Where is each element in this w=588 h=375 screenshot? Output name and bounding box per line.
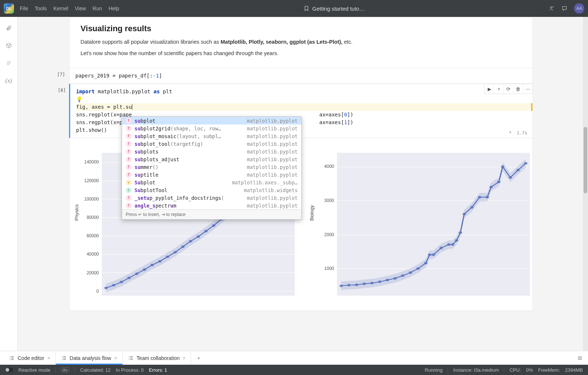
autocomplete-popup[interactable]: fsubplotmatplotlib.pyplotfsubplot2grid(s… xyxy=(122,116,302,220)
svg-point-36 xyxy=(416,267,420,270)
autocomplete-item[interactable]: fsuptitlematplotlib.pyplot xyxy=(122,171,301,179)
kernel-badge: IPy xyxy=(61,367,69,372)
ytick-label: 3000 xyxy=(324,198,334,203)
lightbulb-icon[interactable]: 💡 xyxy=(76,96,82,102)
status-bar: Reactive mode IPy Calculated: 12 In Proc… xyxy=(0,365,588,375)
svg-point-35 xyxy=(409,271,412,274)
svg-point-10 xyxy=(173,251,177,254)
more-cell-button[interactable]: ⋯ xyxy=(523,84,533,94)
svg-point-3 xyxy=(120,281,123,284)
scrollbar-thumb[interactable] xyxy=(584,127,587,193)
close-icon[interactable]: × xyxy=(47,355,50,361)
autocomplete-hint: Press ↵ to insert, ⇥ to replace xyxy=(122,209,301,219)
run-cell-button[interactable]: ▶ xyxy=(485,84,494,94)
refresh-cell-button[interactable]: ⟳ xyxy=(504,84,513,94)
svg-point-12 xyxy=(189,240,192,243)
svg-point-7 xyxy=(150,264,154,266)
notebook-area: Visualizing results Datalore supports al… xyxy=(18,17,588,351)
code-cell-7[interactable]: [7] papers_2019 = papers_df[:-1] xyxy=(69,68,533,84)
autocomplete-item[interactable]: fsummer()matplotlib.pyplot xyxy=(122,163,301,171)
cell-toolbar: ▶ ＋ ⟳ 🗑 ⋯ xyxy=(484,84,533,94)
ytick-label: 100000 xyxy=(84,196,99,202)
cell-heading: Visualizing results xyxy=(80,24,521,33)
svg-point-33 xyxy=(393,277,397,280)
bookmark-icon xyxy=(304,6,309,11)
user-avatar[interactable]: AA xyxy=(574,3,584,14)
svg-point-52 xyxy=(509,176,512,179)
autocomplete-item[interactable]: fsubplot2grid(shape, loc, row…matplotlib… xyxy=(122,125,301,132)
svg-point-4 xyxy=(128,277,131,279)
add-cell-button[interactable]: ＋ xyxy=(494,84,504,94)
svg-point-32 xyxy=(386,279,389,281)
toc-icon[interactable] xyxy=(5,60,12,67)
ytick-label: 120000 xyxy=(84,178,99,183)
svg-point-1 xyxy=(104,287,108,289)
main-menu: File Tools Kernel View Run Help xyxy=(20,6,119,11)
svg-point-50 xyxy=(497,181,501,183)
tabs-menu-icon[interactable] xyxy=(572,351,588,365)
variables-icon[interactable]: (x) xyxy=(5,77,12,84)
bottom-tabs: Code editor × Data analysis flow × Team … xyxy=(0,351,588,365)
share-icon[interactable] xyxy=(549,6,555,11)
status-running: Running xyxy=(425,367,442,373)
svg-point-53 xyxy=(516,169,520,172)
tab-data-analysis[interactable]: Data analysis flow × xyxy=(56,351,123,365)
cell-timing: *1.7s xyxy=(509,130,527,136)
svg-point-15 xyxy=(212,224,215,227)
autocomplete-item[interactable]: cSubplotToolmatplotlib.widgets xyxy=(122,186,301,194)
markdown-cell[interactable]: Visualizing results Datalore supports al… xyxy=(69,17,533,68)
svg-point-54 xyxy=(524,162,527,165)
highlighted-line: fig, axes = plt.su xyxy=(76,103,533,111)
code-body[interactable]: import matplotlib.pyplot as plt 💡 fig, a… xyxy=(70,84,533,138)
autocomplete-item[interactable]: f_setup_pyplot_info_docstrings(matplotli… xyxy=(122,194,301,202)
autocomplete-item[interactable]: fsubplot_tool(targetfig)matplotlib.pyplo… xyxy=(122,140,301,148)
autocomplete-item[interactable]: fsubplotsmatplotlib.pyplot xyxy=(122,148,301,155)
svg-point-49 xyxy=(490,186,493,188)
svg-point-13 xyxy=(197,235,200,238)
svg-point-45 xyxy=(462,213,466,216)
reactive-toggle[interactable] xyxy=(5,368,13,372)
svg-point-39 xyxy=(432,253,435,256)
menu-run[interactable]: Run xyxy=(93,6,102,11)
attachment-icon[interactable] xyxy=(5,24,12,32)
close-icon[interactable]: × xyxy=(183,355,186,361)
svg-point-0 xyxy=(551,7,552,8)
cell-prompt: [8] xyxy=(54,84,68,93)
svg-point-42 xyxy=(451,244,454,246)
menu-tools[interactable]: Tools xyxy=(35,6,47,11)
scrollbar[interactable] xyxy=(583,17,588,351)
code-cell-8[interactable]: [8] ▶ ＋ ⟳ 🗑 ⋯ import matplotlib.pyplot a… xyxy=(69,84,533,138)
delete-cell-button[interactable]: 🗑 xyxy=(513,84,523,94)
svg-point-44 xyxy=(459,231,462,234)
package-icon[interactable] xyxy=(5,42,12,49)
tab-team-collab[interactable]: Team collaboration × xyxy=(123,351,191,365)
svg-point-34 xyxy=(401,274,404,277)
ytick-label: 60000 xyxy=(87,233,99,238)
autocomplete-item[interactable]: fsubplot_mosaic(layout, subpl…matplotlib… xyxy=(122,132,301,140)
comment-icon[interactable] xyxy=(562,6,567,11)
ytick-label: 4000 xyxy=(324,164,334,169)
menu-file[interactable]: File xyxy=(20,6,28,11)
close-icon[interactable]: × xyxy=(114,355,117,361)
autocomplete-item[interactable]: fsubplotmatplotlib.pyplot xyxy=(122,117,301,125)
autocomplete-item[interactable]: fsubplots_adjustmatplotlib.pyplot xyxy=(122,155,301,163)
add-tab-button[interactable]: ＋ xyxy=(191,351,206,365)
menu-help[interactable]: Help xyxy=(109,6,119,11)
ytick-label: 0 xyxy=(96,289,99,294)
ylabel-biology: Biology xyxy=(309,205,315,221)
menu-kernel[interactable]: Kernel xyxy=(53,6,68,11)
svg-point-9 xyxy=(166,256,169,258)
code-body[interactable]: papers_2019 = papers_df[:-1] xyxy=(69,68,533,83)
tab-code-editor[interactable]: Code editor × xyxy=(4,351,56,365)
svg-point-38 xyxy=(428,253,431,256)
status-mem-value: 2394MB xyxy=(565,367,583,373)
autocomplete-item[interactable]: vSubplotmatplotlib.axes._subp… xyxy=(122,179,301,186)
svg-point-11 xyxy=(181,246,184,248)
autocomplete-item[interactable]: fangle_spectrummatplotlib.pyplot xyxy=(122,202,301,209)
svg-point-26 xyxy=(340,285,343,287)
svg-point-30 xyxy=(370,282,373,285)
svg-point-28 xyxy=(355,284,358,286)
menu-view[interactable]: View xyxy=(75,6,86,11)
reactive-mode-label: Reactive mode xyxy=(18,367,50,373)
ytick-label: 20000 xyxy=(87,270,99,275)
